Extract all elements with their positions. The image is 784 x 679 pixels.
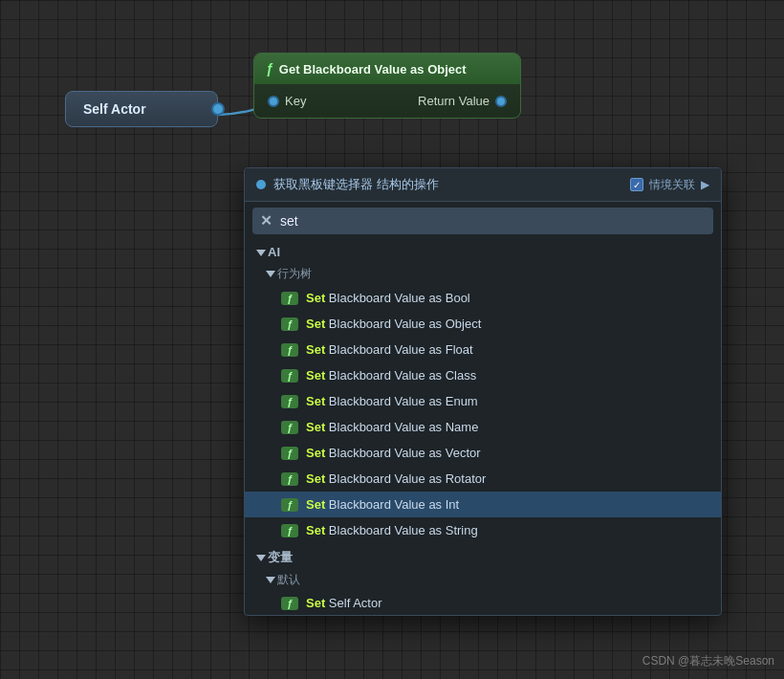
function-badge: ƒ (281, 524, 298, 537)
list-item[interactable]: ƒ Set Blackboard Value as Float (245, 337, 721, 362)
item-text: Set Blackboard Value as Name (306, 420, 478, 434)
watermark: CSDN @暮志未晚Season (642, 653, 774, 669)
list-item[interactable]: ƒ Set Blackboard Value as Class (245, 362, 721, 388)
item-text: Set Self Actor (306, 596, 381, 610)
node-body: Key Return Value (254, 84, 520, 118)
return-pin-label: Return Value (418, 94, 490, 108)
list-item[interactable]: ƒ Set Blackboard Value as Object (245, 311, 721, 337)
get-blackboard-node: ƒ Get Blackboard Value as Object Key Ret… (253, 53, 521, 119)
list-item-highlighted[interactable]: ƒ Set Blackboard Value as Int (245, 492, 721, 517)
function-badge: ƒ (281, 292, 298, 305)
list-item[interactable]: ƒ Set Blackboard Value as Enum (245, 388, 721, 414)
clear-search-button[interactable]: ✕ (260, 212, 272, 230)
function-badge: ƒ (281, 597, 298, 610)
header-blue-dot (256, 180, 266, 189)
list-item[interactable]: ƒ Set Blackboard Value as Bool (245, 285, 721, 311)
item-text: Set Blackboard Value as Bool (306, 291, 470, 305)
list-item[interactable]: ƒ Set Blackboard Value as Vector (245, 440, 721, 466)
dropdown-header-left: 获取黑板键选择器 结构的操作 (256, 176, 439, 193)
function-badge: ƒ (281, 498, 298, 512)
self-actor-node: Self Actor (65, 91, 218, 127)
item-text: Set Blackboard Value as Int (306, 497, 459, 512)
context-checkbox[interactable]: ✓ (630, 178, 643, 191)
return-pin: Return Value (418, 94, 507, 108)
dropdown-header: 获取黑板键选择器 结构的操作 ✓ 情境关联 ▶ (245, 168, 721, 202)
function-badge: ƒ (281, 472, 298, 486)
function-badge: ƒ (281, 447, 298, 460)
list-item[interactable]: ƒ Set Blackboard Value as Name (245, 414, 721, 440)
subsection-behavior-tree: 行为树 (245, 262, 721, 285)
function-badge: ƒ (281, 395, 298, 408)
search-value[interactable]: set (280, 213, 706, 229)
return-pin-dot[interactable] (495, 96, 507, 107)
key-pin-dot[interactable] (268, 96, 279, 107)
item-text: Set Blackboard Value as Rotator (306, 471, 486, 486)
function-badge: ƒ (281, 318, 298, 331)
item-text: Set Blackboard Value as Object (306, 317, 481, 331)
section-variables: 变量 (245, 543, 721, 569)
self-actor-output-pin[interactable] (211, 102, 225, 116)
action-dropdown: 获取黑板键选择器 结构的操作 ✓ 情境关联 ▶ ✕ set AI 行为树 ƒ S… (244, 167, 722, 616)
function-badge: ƒ (281, 343, 298, 357)
function-badge: ƒ (281, 421, 298, 434)
dropdown-header-label: 获取黑板键选择器 结构的操作 (273, 176, 439, 193)
action-list[interactable]: AI 行为树 ƒ Set Blackboard Value as Bool ƒ … (245, 240, 721, 615)
node-title: Get Blackboard Value as Object (279, 62, 467, 77)
node-header: ƒ Get Blackboard Value as Object (254, 54, 520, 84)
item-text: Set Blackboard Value as Vector (306, 446, 481, 460)
search-bar: ✕ set (252, 208, 713, 234)
list-item[interactable]: ƒ Set Blackboard Value as String (245, 517, 721, 543)
key-pin: Key (268, 94, 306, 108)
function-icon: ƒ (266, 61, 273, 77)
context-label: 情境关联 (649, 177, 695, 193)
item-text: Set Blackboard Value as Class (306, 368, 476, 383)
key-pin-label: Key (285, 94, 306, 108)
item-text: Set Blackboard Value as Enum (306, 394, 478, 408)
section-ai: AI (245, 240, 721, 262)
dropdown-header-right: ✓ 情境关联 ▶ (630, 177, 709, 193)
list-item[interactable]: ƒ Set Blackboard Value as Rotator (245, 466, 721, 492)
item-text: Set Blackboard Value as String (306, 523, 478, 537)
chevron-right-icon: ▶ (701, 178, 709, 191)
subsection-default: 默认 (245, 569, 721, 591)
self-actor-label: Self Actor (83, 101, 146, 117)
function-badge: ƒ (281, 369, 298, 383)
var-item[interactable]: ƒ Set Self Actor (245, 591, 721, 615)
item-text: Set Blackboard Value as Float (306, 342, 473, 357)
